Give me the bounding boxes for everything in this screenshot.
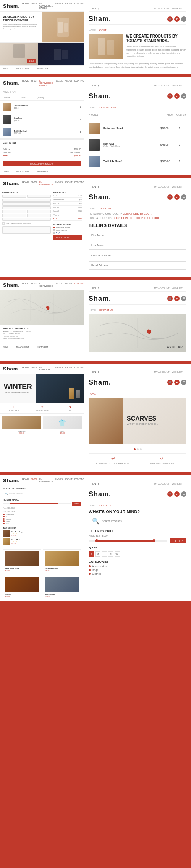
state-input[interactable] [27,210,51,213]
place-order-button[interactable]: PLACE ORDER [53,235,82,240]
shop-btn[interactable]: SHOP [27,59,36,63]
last-name-field[interactable] [89,241,186,250]
promo-currency[interactable]: $ [98,371,99,373]
checkout-currency[interactable]: $ [98,186,99,188]
cnav-home[interactable]: HOME [22,80,29,86]
connav-pages[interactable]: PAGES [55,282,63,287]
radio-check[interactable] [53,229,55,231]
chknav-about[interactable]: ABOUT [65,181,73,186]
detail-cart-icon[interactable]: 🛒 [167,16,173,22]
contact-detail-cart[interactable]: 🛒 [167,296,173,301]
first-name-field[interactable] [89,231,186,239]
cat-detail-3[interactable]: Clothes [89,573,186,575]
phone-input[interactable] [27,214,51,217]
product-card-2[interactable]: SHOES MADISON $90.00 [43,549,81,573]
click-coupon-link[interactable]: CLICK HERE TO ENTER YOUR CODE [113,217,160,219]
size-xxl[interactable]: XXL [115,551,120,557]
cart-my-account[interactable]: MY ACCOUNT [154,85,170,87]
range-handle-right[interactable] [152,539,155,542]
wishlist-link[interactable]: WISHLIST [172,7,183,10]
footer-instagram-3[interactable]: INSTAGRAM [37,346,48,348]
cart-currency[interactable]: $ [98,85,99,87]
footer-sham[interactable]: SHAM [3,346,8,348]
product-card-4[interactable]: WINTER COAT $120.00 [43,575,81,599]
radio-direct[interactable] [53,227,55,228]
currency-selector[interactable]: $ [98,7,99,10]
contact-currency[interactable]: $ [98,287,99,289]
pnav-contact[interactable]: CONTACT [74,478,84,483]
cat-winter[interactable]: Winter [3,523,81,525]
checkout-detail-cart[interactable]: 🛒 [167,194,173,200]
chknav-contact[interactable]: CONTACT [74,181,84,186]
pnav-ecom[interactable]: E-COMMERCE [39,478,53,483]
cart-detail-wishlist-icon[interactable]: ♥ [174,93,180,99]
cat-detail-1[interactable]: Accessories [89,565,186,568]
cat-accessories[interactable]: Accessories [3,514,81,516]
chknav-shop[interactable]: SHOP [31,181,37,186]
breadcrumb-home[interactable]: HOME [89,29,96,31]
email-address-field[interactable] [89,261,186,270]
products-search-bar[interactable]: 🔍 [89,517,186,525]
size-s[interactable]: S [89,551,94,557]
my-account-link[interactable]: MY ACCOUNT [154,7,170,10]
search-input-detail[interactable] [102,520,183,522]
order-notes-input[interactable] [2,226,51,234]
contact-my-account[interactable]: MY ACCOUNT [154,287,170,289]
promo-bc-home[interactable]: HOME [89,393,96,395]
size-xl[interactable]: XL [108,551,113,557]
language-selector[interactable]: EN [92,7,96,10]
pnav-pages[interactable]: PAGES [55,478,63,483]
contact-detail-menu[interactable]: ☰ [181,296,186,301]
products-wishlist[interactable]: WISHLIST [172,483,183,485]
chknav-ecom[interactable]: E-COMMERCE [39,181,53,186]
products-detail-menu[interactable]: ☰ [181,491,186,497]
pnav-shop[interactable]: SHOP [31,478,37,483]
footer-myaccount-3[interactable]: MY ACCOUNT [16,346,29,348]
city-input[interactable] [2,210,26,213]
footer-home[interactable]: HOME [3,67,9,70]
footer-instagram-2[interactable]: INSTAGRAM [37,170,48,173]
dot-2[interactable] [137,448,139,450]
cnav-pages[interactable]: PAGES [55,80,63,86]
connav-contact[interactable]: CONTACT [74,282,84,287]
filter-btn-thumb[interactable]: FILTER [72,502,81,506]
promo-detail-cart[interactable]: 🛒 [167,380,173,385]
products-detail-heart[interactable]: ♥ [174,491,180,497]
footer-myaccount[interactable]: MY ACCOUNT [16,67,29,70]
dot-3[interactable] [140,448,142,450]
products-detail-cart[interactable]: 🛒 [167,491,173,497]
connav-ecom[interactable]: E-COMMERCE [39,282,53,287]
pnav-about[interactable]: ABOUT [65,478,73,483]
contact-bc-home[interactable]: HOME [89,309,96,311]
pronav-shop[interactable]: SHOP [31,366,37,371]
checkout-button[interactable]: PROCEED TO CHECKOUT [3,161,81,166]
size-m[interactable]: M [95,551,100,557]
detail-wishlist-icon[interactable]: ♥ [174,16,180,22]
checkout-detail-menu[interactable]: ☰ [181,194,186,200]
connav-about[interactable]: ABOUT [65,282,73,287]
checkout-detail-heart[interactable]: ♥ [174,194,180,200]
products-lang[interactable]: EN [92,483,96,485]
checkbox-icon[interactable] [2,222,5,225]
footer-home-2[interactable]: HOME [3,170,9,173]
cnav-ecom[interactable]: E-COMMERCE PAGES [39,80,53,86]
range-handle-left[interactable] [95,539,98,542]
promo-my-account[interactable]: MY ACCOUNT [154,371,170,373]
cat-clothes[interactable]: Clothes [3,518,81,520]
cart-bc-home[interactable]: HOME [89,106,96,109]
product-card-1[interactable]: SARA DARK BEIGE $75.00 [3,549,41,573]
cnav-contact[interactable]: CONTACT [74,80,84,86]
cat-bags[interactable]: Bags [3,516,81,518]
nav-about[interactable]: ABOUT [65,2,73,9]
last-name-input[interactable] [27,195,51,198]
cnav-shop[interactable]: SHOP [31,80,37,86]
size-l[interactable]: L [102,551,107,557]
promo-lang[interactable]: EN [92,371,96,373]
connav-shop[interactable]: SHOP [31,282,37,287]
dot-1[interactable] [134,448,136,450]
cart-wishlist[interactable]: WISHLIST [172,85,183,87]
cat-shoes[interactable]: Shoes [3,520,81,522]
chknav-home[interactable]: HOME [22,181,29,186]
radio-paypal[interactable] [53,232,55,234]
pnav-home[interactable]: HOME [22,478,29,483]
